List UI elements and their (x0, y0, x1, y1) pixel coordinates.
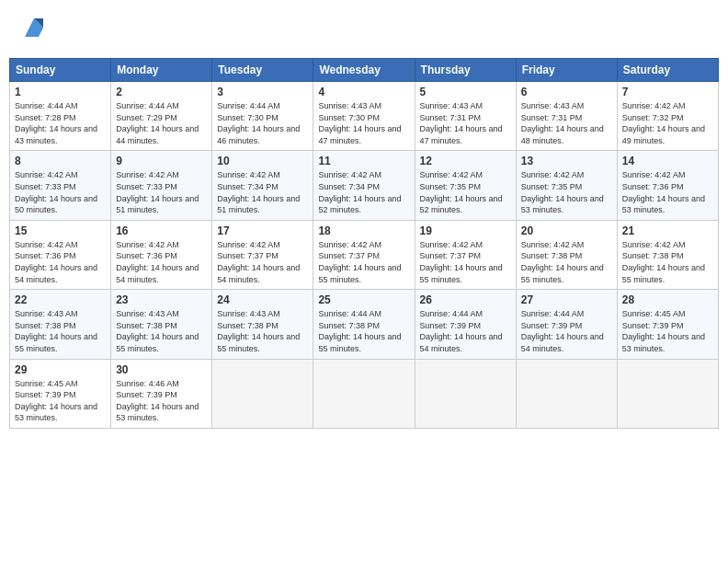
daylight-label: Daylight: 14 hours and 52 minutes. (318, 194, 401, 215)
day-number: 20 (521, 224, 612, 237)
sunset-label: Sunset: 7:36 PM (15, 251, 76, 260)
sunrise-label: Sunrise: 4:44 AM (521, 309, 585, 318)
sunrise-label: Sunrise: 4:42 AM (521, 170, 585, 179)
sunrise-label: Sunrise: 4:44 AM (217, 101, 280, 110)
sunrise-label: Sunrise: 4:42 AM (420, 240, 483, 249)
daylight-label: Daylight: 14 hours and 51 minutes. (116, 194, 199, 215)
calendar-cell (415, 359, 516, 428)
daylight-label: Daylight: 14 hours and 54 minutes. (15, 263, 97, 284)
daylight-label: Daylight: 14 hours and 54 minutes. (420, 332, 503, 353)
daylight-label: Daylight: 14 hours and 55 minutes. (420, 263, 503, 284)
daylight-label: Daylight: 14 hours and 55 minutes. (521, 263, 604, 284)
sunrise-label: Sunrise: 4:42 AM (217, 240, 280, 249)
day-number: 19 (420, 224, 511, 237)
sunrise-label: Sunrise: 4:43 AM (217, 309, 280, 318)
calendar-week-3: 15 Sunrise: 4:42 AM Sunset: 7:36 PM Dayl… (10, 220, 719, 289)
sunrise-label: Sunrise: 4:43 AM (116, 309, 179, 318)
sunrise-label: Sunrise: 4:44 AM (15, 101, 78, 110)
daylight-label: Daylight: 14 hours and 54 minutes. (521, 332, 604, 353)
day-number: 21 (622, 224, 713, 237)
daylight-label: Daylight: 14 hours and 47 minutes. (318, 124, 401, 145)
daylight-label: Daylight: 14 hours and 53 minutes. (116, 402, 199, 423)
calendar-table: SundayMondayTuesdayWednesdayThursdayFrid… (9, 58, 719, 429)
col-header-friday: Friday (516, 59, 617, 82)
day-info: Sunrise: 4:44 AM Sunset: 7:29 PM Dayligh… (116, 100, 207, 146)
day-number: 3 (217, 86, 308, 98)
day-number: 25 (318, 293, 409, 306)
col-header-wednesday: Wednesday (313, 59, 415, 82)
calendar-cell: 11 Sunrise: 4:42 AM Sunset: 7:34 PM Dayl… (313, 151, 415, 220)
sunrise-label: Sunrise: 4:43 AM (15, 309, 78, 318)
day-number: 17 (217, 224, 308, 237)
sunrise-label: Sunrise: 4:42 AM (622, 240, 686, 249)
sunrise-label: Sunrise: 4:45 AM (15, 379, 78, 388)
calendar-cell: 21 Sunrise: 4:42 AM Sunset: 7:38 PM Dayl… (617, 220, 718, 289)
sunset-label: Sunset: 7:29 PM (116, 113, 177, 122)
day-info: Sunrise: 4:43 AM Sunset: 7:31 PM Dayligh… (420, 100, 511, 146)
daylight-label: Daylight: 14 hours and 55 minutes. (15, 332, 97, 353)
calendar-cell (617, 359, 718, 428)
calendar-cell: 8 Sunrise: 4:42 AM Sunset: 7:33 PM Dayli… (10, 151, 111, 220)
calendar-cell (516, 359, 617, 428)
daylight-label: Daylight: 14 hours and 48 minutes. (521, 124, 604, 145)
daylight-label: Daylight: 14 hours and 49 minutes. (622, 124, 705, 145)
day-info: Sunrise: 4:42 AM Sunset: 7:36 PM Dayligh… (15, 239, 106, 285)
day-number: 26 (420, 293, 511, 306)
day-info: Sunrise: 4:42 AM Sunset: 7:37 PM Dayligh… (318, 239, 409, 285)
daylight-label: Daylight: 14 hours and 53 minutes. (622, 332, 705, 353)
calendar-cell: 24 Sunrise: 4:43 AM Sunset: 7:38 PM Dayl… (212, 290, 313, 359)
sunrise-label: Sunrise: 4:42 AM (622, 101, 686, 110)
day-info: Sunrise: 4:42 AM Sunset: 7:36 PM Dayligh… (116, 239, 207, 285)
sunrise-label: Sunrise: 4:43 AM (318, 101, 381, 110)
calendar-cell: 20 Sunrise: 4:42 AM Sunset: 7:38 PM Dayl… (516, 220, 617, 289)
sunrise-label: Sunrise: 4:42 AM (622, 170, 686, 179)
calendar-cell: 10 Sunrise: 4:42 AM Sunset: 7:34 PM Dayl… (212, 151, 313, 220)
sunrise-label: Sunrise: 4:44 AM (420, 309, 483, 318)
day-info: Sunrise: 4:42 AM Sunset: 7:37 PM Dayligh… (217, 239, 308, 285)
col-header-saturday: Saturday (617, 59, 718, 82)
sunset-label: Sunset: 7:31 PM (521, 113, 583, 122)
sunrise-label: Sunrise: 4:42 AM (420, 170, 483, 179)
logo-icon (20, 14, 48, 41)
day-info: Sunrise: 4:43 AM Sunset: 7:30 PM Dayligh… (318, 100, 409, 146)
sunset-label: Sunset: 7:39 PM (521, 321, 583, 330)
day-info: Sunrise: 4:44 AM Sunset: 7:38 PM Dayligh… (318, 308, 409, 354)
day-number: 18 (318, 224, 409, 237)
day-info: Sunrise: 4:44 AM Sunset: 7:39 PM Dayligh… (420, 308, 511, 354)
daylight-label: Daylight: 14 hours and 55 minutes. (217, 332, 300, 353)
col-header-thursday: Thursday (415, 59, 516, 82)
day-info: Sunrise: 4:42 AM Sunset: 7:34 PM Dayligh… (318, 169, 409, 215)
day-info: Sunrise: 4:42 AM Sunset: 7:38 PM Dayligh… (622, 239, 713, 285)
day-number: 8 (15, 155, 106, 167)
calendar-cell: 28 Sunrise: 4:45 AM Sunset: 7:39 PM Dayl… (617, 290, 718, 359)
day-info: Sunrise: 4:42 AM Sunset: 7:34 PM Dayligh… (217, 169, 308, 215)
day-number: 28 (622, 293, 713, 306)
sunset-label: Sunset: 7:39 PM (116, 390, 177, 399)
calendar-cell: 22 Sunrise: 4:43 AM Sunset: 7:38 PM Dayl… (10, 290, 111, 359)
day-number: 14 (622, 155, 713, 167)
daylight-label: Daylight: 14 hours and 54 minutes. (217, 263, 300, 284)
day-info: Sunrise: 4:42 AM Sunset: 7:35 PM Dayligh… (420, 169, 511, 215)
sunrise-label: Sunrise: 4:42 AM (116, 240, 179, 249)
calendar-cell: 26 Sunrise: 4:44 AM Sunset: 7:39 PM Dayl… (415, 290, 516, 359)
day-number: 7 (622, 86, 713, 98)
day-number: 5 (420, 86, 511, 98)
day-number: 10 (217, 155, 308, 167)
sunrise-label: Sunrise: 4:42 AM (116, 170, 179, 179)
day-info: Sunrise: 4:43 AM Sunset: 7:38 PM Dayligh… (116, 308, 207, 354)
calendar-cell: 15 Sunrise: 4:42 AM Sunset: 7:36 PM Dayl… (10, 220, 111, 289)
sunrise-label: Sunrise: 4:45 AM (622, 309, 686, 318)
day-info: Sunrise: 4:42 AM Sunset: 7:33 PM Dayligh… (116, 169, 207, 215)
calendar-cell: 27 Sunrise: 4:44 AM Sunset: 7:39 PM Dayl… (516, 290, 617, 359)
calendar-cell: 2 Sunrise: 4:44 AM Sunset: 7:29 PM Dayli… (111, 82, 212, 151)
sunset-label: Sunset: 7:38 PM (116, 321, 177, 330)
sunrise-label: Sunrise: 4:46 AM (116, 379, 179, 388)
day-info: Sunrise: 4:42 AM Sunset: 7:32 PM Dayligh… (622, 100, 713, 146)
daylight-label: Daylight: 14 hours and 53 minutes. (521, 194, 604, 215)
day-info: Sunrise: 4:44 AM Sunset: 7:39 PM Dayligh… (521, 308, 612, 354)
daylight-label: Daylight: 14 hours and 54 minutes. (116, 263, 199, 284)
sunset-label: Sunset: 7:35 PM (420, 182, 482, 191)
day-number: 23 (116, 293, 207, 306)
sunset-label: Sunset: 7:30 PM (217, 113, 279, 122)
calendar-cell: 12 Sunrise: 4:42 AM Sunset: 7:35 PM Dayl… (415, 151, 516, 220)
